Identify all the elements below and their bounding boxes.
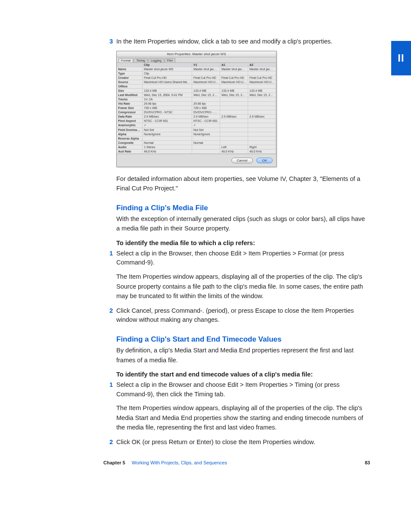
grid-cell: Master shot jacob WS (220, 67, 248, 71)
grid-cell (248, 110, 276, 114)
grid-cell: Final Cut Pro HD (192, 76, 220, 80)
grid-cell (220, 106, 248, 110)
grid-cell: Compressor (117, 110, 143, 114)
grid-cell (220, 119, 248, 123)
section1-step1: 1 Select a clip in the Browser, then cho… (103, 249, 370, 268)
col-label (117, 63, 143, 67)
grid-cell: Wed, Dec 15, 2004, 9:4 (220, 93, 248, 97)
grid-cell: Size (117, 89, 143, 93)
step-number: 2 (103, 438, 116, 447)
col-a2: A2 (248, 63, 276, 67)
grid-row: Anamorphic✓✓ (117, 123, 276, 128)
step-text: Select a clip in the Browser and choose … (116, 380, 370, 399)
page-number: 83 (365, 460, 370, 465)
grid-row: Aud Rate48.0 KHz48.0 KHz48.0 KHz (117, 149, 276, 154)
grid-cell: Data Rate (117, 115, 143, 118)
grid-cell (220, 97, 248, 101)
grid-cell (220, 128, 248, 132)
grid-cell: Final Cut Pro HD (143, 76, 192, 80)
grid-cell: Normal (192, 141, 220, 145)
grid-cell: 133.4 MB (192, 89, 220, 93)
grid-row: TypeClip (117, 72, 276, 76)
grid-cell: 1 Stereo (143, 145, 192, 149)
grid-cell: Right (248, 145, 276, 149)
step-text: Select a clip in the Browser, then choos… (116, 249, 370, 268)
section-heading-timecode: Finding a Clip's Start and End Timecode … (116, 335, 370, 344)
section2-step2: 2 Click OK (or press Return or Enter) to… (103, 438, 370, 447)
button-bar: Cancel OK (117, 154, 276, 167)
ok-button[interactable]: OK (256, 158, 273, 163)
grid-cell (192, 149, 220, 153)
grid-row: CreatorFinal Cut Pro HDFinal Cut Pro HDF… (117, 76, 276, 80)
section1-p1: The Item Properties window appears, disp… (116, 272, 370, 301)
grid-cell: Macintosh HD:Users:Sha (248, 80, 276, 84)
grid-cell: Offline (117, 84, 143, 88)
grid-cell: ✓ (192, 123, 220, 128)
grid-cell (248, 102, 276, 106)
grid-cell: Pixel Aspect (117, 119, 143, 123)
grid-cell: Not Set (192, 128, 220, 132)
section2-step1: 1 Select a clip in the Browser and choos… (103, 380, 370, 399)
grid-cell: Reverse Alpha (117, 137, 143, 140)
tab-logging[interactable]: Logging (148, 58, 164, 62)
grid-row: Vid Rate29.98 fps29.98 fps (117, 102, 276, 106)
tab-film[interactable]: Film (165, 58, 175, 62)
grid-cell (220, 137, 248, 140)
grid-row: Pixel AspectNTSC - CCIR 601NTSC - CCIR 6… (117, 119, 276, 123)
grid-cell (248, 119, 276, 123)
grid-cell: Audio (117, 145, 143, 149)
grid-cell (192, 84, 220, 88)
grid-cell: ✓ (143, 123, 192, 128)
grid-cell (248, 132, 276, 136)
grid-cell: 1V, 2A (143, 97, 192, 101)
step-text: Click Cancel, press Command-. (period), … (116, 306, 370, 325)
grid-cell: 133.4 MB (220, 89, 248, 93)
tab-timing[interactable]: Timing (134, 58, 148, 62)
grid-row: AlphaNone/IgnoreNone/Ignore (117, 132, 276, 137)
grid-cell: DV/DVCPRO - NTSC (143, 110, 192, 114)
grid-cell: Master shot jacob WS (248, 67, 276, 71)
grid-cell: DV/DVCPRO - NTSC (192, 110, 220, 114)
grid-cell: Anamorphic (117, 123, 143, 128)
section-heading-media-file: Finding a Clip's Media File (116, 204, 370, 212)
cancel-button[interactable]: Cancel (231, 158, 253, 163)
col-v1: V1 (192, 63, 220, 67)
grid-cell (248, 123, 276, 128)
grid-cell (248, 137, 276, 140)
grid-row: Data Rate2.9 MB/sec2.9 MB/sec2.9 MB/sec2… (117, 115, 276, 119)
grid-cell: None/Ignore (143, 132, 192, 136)
grid-cell: 720 x 480 (143, 106, 192, 110)
grid-cell (248, 106, 276, 110)
tab-format[interactable]: Format (118, 58, 133, 62)
grid-cell: Not Set (143, 128, 192, 132)
grid-cell: Master shot jacob WS (192, 67, 220, 71)
grid-cell: Normal (143, 141, 192, 145)
step-number: 1 (103, 249, 116, 268)
col-a1: A1 (220, 63, 248, 67)
grid-cell (248, 84, 276, 88)
grid-row: Size133.4 MB133.4 MB133.4 MB133.4 MB (117, 89, 276, 93)
grid-cell: Name (117, 67, 143, 71)
grid-cell (220, 102, 248, 106)
grid-header: Clip V1 A1 A2 (117, 63, 276, 67)
grid-cell: 48.0 KHz (248, 149, 276, 153)
grid-cell: 2.9 MB/sec (143, 115, 192, 118)
grid-cell: NTSC - CCIR 601 (143, 119, 192, 123)
grid-row: Offline (117, 84, 276, 89)
grid-cell: Final Cut Pro HD (220, 76, 248, 80)
grid-cell: Vid Rate (117, 102, 143, 106)
grid-cell: Master shot jacob WS (143, 67, 192, 71)
section2-p1: The Item Properties window appears, disp… (116, 403, 370, 432)
grid-cell: 2.9 MB/sec (192, 115, 220, 118)
grid-cell: Left (220, 145, 248, 149)
grid-row: Reverse Alpha (117, 137, 276, 141)
grid-cell: 29.98 fps (192, 102, 220, 106)
section2-task: To identify the start and end timecode v… (116, 371, 370, 378)
grid-cell (220, 110, 248, 114)
grid-cell: 48.0 KHz (220, 149, 248, 153)
part-tab: II (391, 41, 411, 75)
grid-cell (192, 97, 220, 101)
grid-cell: Composite (117, 141, 143, 145)
col-clip: Clip (143, 63, 192, 67)
grid-cell: 48.0 KHz (143, 149, 192, 153)
